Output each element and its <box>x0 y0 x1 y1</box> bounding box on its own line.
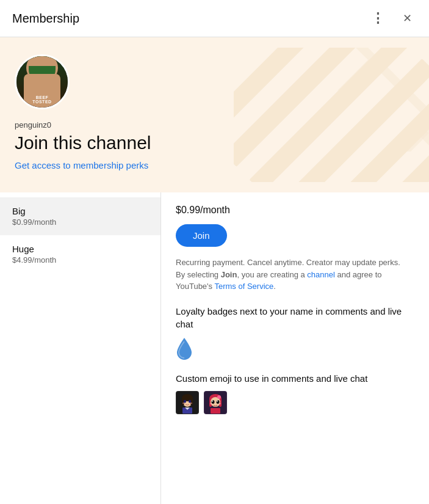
svg-point-17 <box>189 400 191 403</box>
close-button[interactable]: ✕ <box>397 9 417 28</box>
payment-select-text: By selecting <box>176 270 221 279</box>
payment-creating-text: , you are creating a <box>237 270 307 279</box>
payment-info: Recurring payment. Cancel anytime. Creat… <box>176 257 408 293</box>
tier-detail-price: $0.99/month <box>176 205 414 216</box>
payment-text-line1: Recurring payment. Cancel anytime. Creat… <box>176 258 400 267</box>
close-icon: ✕ <box>403 12 412 25</box>
svg-point-16 <box>184 400 186 403</box>
svg-point-18 <box>182 403 185 404</box>
tier-name: Big <box>12 206 148 216</box>
svg-point-31 <box>210 403 212 404</box>
header-actions: ⋮ ✕ <box>368 9 417 28</box>
custom-emoji-2 <box>204 391 227 414</box>
svg-point-29 <box>212 400 213 401</box>
perk2-title: Custom emoji to use in comments and live… <box>176 372 414 385</box>
more-icon: ⋮ <box>371 10 385 26</box>
perk-loyalty-badges: Loyalty badges next to your name in comm… <box>176 305 414 360</box>
perk1-title: Loyalty badges next to your name in comm… <box>176 305 414 331</box>
header: Membership ⋮ ✕ <box>0 0 429 37</box>
tos-link[interactable]: Terms of Service <box>214 282 273 291</box>
tier-name: Huge <box>12 244 148 254</box>
more-options-button[interactable]: ⋮ <box>368 9 388 28</box>
banner-subtext: Get access to membership perks <box>15 160 414 170</box>
svg-point-32 <box>218 403 221 404</box>
payment-end-text: . <box>273 282 276 291</box>
perk-custom-emoji: Custom emoji to use in comments and live… <box>176 372 414 414</box>
tiers-sidebar: Big $0.99/month Huge $4.99/month <box>0 192 161 504</box>
banner-section: BEEF TOSTED penguinz0 Join this channel … <box>0 37 429 192</box>
perk2-emojis <box>176 391 414 414</box>
svg-point-30 <box>217 400 218 401</box>
channel-link[interactable]: channel <box>307 270 335 279</box>
avatar: BEEF TOSTED <box>15 54 70 109</box>
join-button[interactable]: Join <box>176 224 227 247</box>
avatar-label: BEEF TOSTED <box>16 95 68 104</box>
subtext-before: Get access to <box>15 160 73 170</box>
channel-name: penguinz0 <box>15 120 414 130</box>
tier-price: $0.99/month <box>12 217 148 227</box>
perk1-badge <box>176 337 414 360</box>
main-content: Big $0.99/month Huge $4.99/month $0.99/m… <box>0 192 429 504</box>
page-title: Membership <box>12 12 79 26</box>
svg-point-19 <box>190 403 192 404</box>
tier-item-huge[interactable]: Huge $4.99/month <box>0 235 160 273</box>
emoji-girl-2-svg <box>204 392 226 414</box>
tier-price: $4.99/month <box>12 255 148 265</box>
join-bold: Join <box>221 270 237 279</box>
tier-item-big[interactable]: Big $0.99/month <box>0 197 160 235</box>
custom-emoji-1 <box>176 391 199 414</box>
banner-heading: Join this channel <box>15 132 414 154</box>
emoji-girl-1-svg <box>176 392 198 414</box>
tier-details-panel: $0.99/month Join Recurring payment. Canc… <box>161 192 429 504</box>
badge-drop-icon <box>176 337 193 360</box>
svg-rect-33 <box>211 408 220 414</box>
subtext-link[interactable]: membership perks <box>73 160 148 170</box>
svg-point-34 <box>217 395 221 399</box>
avatar-image: BEEF TOSTED <box>16 56 68 108</box>
